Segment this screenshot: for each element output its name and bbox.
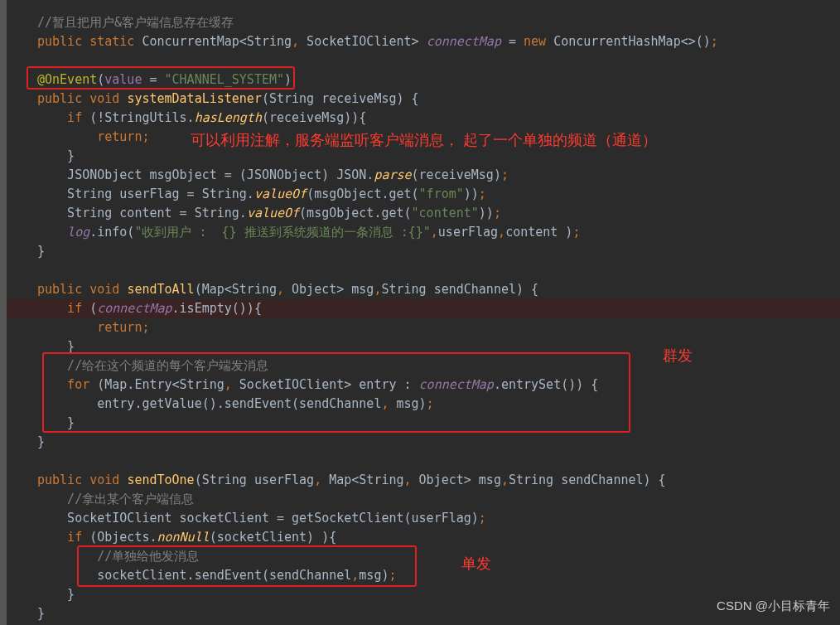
code-line: public void systemDataListener(String re… bbox=[37, 90, 840, 109]
code-line: JSONObject msgObject = (JSONObject) JSON… bbox=[37, 166, 840, 185]
code-block: //暂且把用户&客户端信息存在缓存 public static Concurre… bbox=[37, 13, 840, 623]
code-line: //暂且把用户&客户端信息存在缓存 bbox=[37, 13, 840, 32]
code-line: public void sendToOne(String userFlag, M… bbox=[37, 471, 840, 490]
code-line: return; bbox=[37, 318, 840, 337]
code-line: if (Objects.nonNull(socketClient) ){ bbox=[37, 528, 840, 547]
watermark: CSDN @小目标青年 bbox=[717, 596, 830, 615]
code-line: String userFlag = String.valueOf(msgObje… bbox=[37, 185, 840, 204]
highlight-box-single bbox=[77, 545, 417, 587]
code-line: SocketIOClient socketClient = getSocketC… bbox=[37, 509, 840, 528]
code-line: public void sendToAll(Map<String, Object… bbox=[37, 280, 840, 299]
highlight-box-broadcast bbox=[42, 352, 630, 433]
annotation-text-broadcast: 群发 bbox=[663, 346, 693, 366]
code-line: log.info("收到用户 : {} 推送到系统频道的一条消息 :{}",us… bbox=[37, 223, 840, 242]
blank-line bbox=[37, 261, 840, 280]
annotation-text-single: 单发 bbox=[461, 555, 491, 574]
blank-line bbox=[37, 452, 840, 471]
code-line: public static ConcurrentMap<String, Sock… bbox=[37, 32, 840, 51]
code-line: } bbox=[37, 433, 840, 452]
code-line: if (connectMap.isEmpty()){ bbox=[7, 299, 840, 318]
code-line: if (!StringUtils.hasLength(receiveMsg)){ bbox=[37, 109, 840, 128]
code-line: //拿出某个客户端信息 bbox=[37, 490, 840, 509]
code-line: } bbox=[37, 242, 840, 261]
highlight-box-annotation bbox=[27, 66, 295, 90]
code-line: String content = String.valueOf(msgObjec… bbox=[37, 204, 840, 223]
annotation-text-channel: 可以利用注解，服务端监听客户端消息， 起了一个单独的频道（通道） bbox=[191, 131, 657, 150]
